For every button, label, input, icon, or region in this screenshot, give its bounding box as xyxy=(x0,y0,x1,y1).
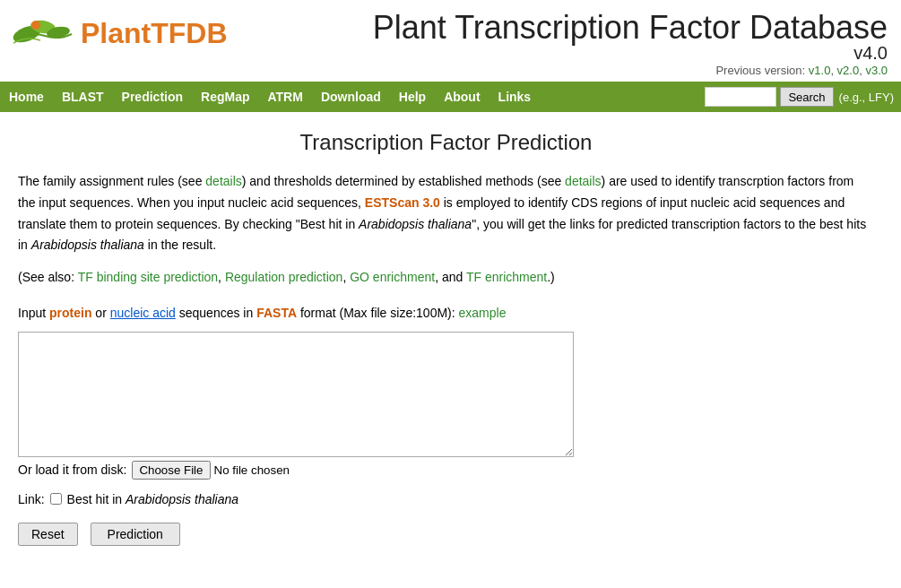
page-title: Transcription Factor Prediction xyxy=(18,130,874,155)
navbar: Home BLAST Prediction RegMap ATRM Downlo… xyxy=(0,82,901,112)
input-label: Input protein or nucleic acid sequences … xyxy=(18,303,874,324)
search-hint: (e.g., LFY) xyxy=(839,91,894,104)
svg-point-3 xyxy=(31,21,40,30)
logo-text: PlantTFDB xyxy=(81,17,228,50)
go-enrichment-link[interactable]: GO enrichment xyxy=(350,270,435,284)
sequence-textarea[interactable] xyxy=(18,332,574,457)
details2-link[interactable]: details xyxy=(565,174,601,188)
regulation-link[interactable]: Regulation prediction xyxy=(225,270,343,284)
protein-link[interactable]: protein xyxy=(49,306,91,320)
nav-regmap[interactable]: RegMap xyxy=(192,82,258,111)
site-title: Plant Transcription Factor Database xyxy=(373,9,888,46)
nav-atrm[interactable]: ATRM xyxy=(259,82,312,111)
nav-blast[interactable]: BLAST xyxy=(53,82,113,111)
reset-button[interactable]: Reset xyxy=(18,523,78,546)
logo-area: PlantTFDB xyxy=(9,9,228,58)
estscan-link[interactable]: ESTScan 3.0 xyxy=(365,195,440,210)
nucleic-acid-link[interactable]: nucleic acid xyxy=(110,306,176,320)
tf-binding-link[interactable]: TF binding site prediction xyxy=(78,270,218,284)
plant-logo-icon xyxy=(9,9,81,58)
header: PlantTFDB Plant Transcription Factor Dat… xyxy=(0,0,901,82)
description-paragraph: The family assignment rules (see details… xyxy=(18,171,874,256)
prev-version-v3-link[interactable]: v3.0 xyxy=(865,64,888,77)
file-input[interactable] xyxy=(132,461,359,480)
see-also-paragraph: (See also: TF binding site prediction, R… xyxy=(18,267,874,289)
search-area: Search (e.g., LFY) xyxy=(705,87,901,107)
fasta-link[interactable]: FASTA xyxy=(256,306,297,320)
nav-help[interactable]: Help xyxy=(390,82,435,111)
title-area: Plant Transcription Factor Database v4.0… xyxy=(228,9,892,77)
best-hit-checkbox[interactable] xyxy=(50,493,62,505)
example-link[interactable]: example xyxy=(459,306,507,320)
nav-about[interactable]: About xyxy=(435,82,489,111)
link-row: Link: Best hit in Arabidopsis thaliana xyxy=(18,492,874,506)
nav-prediction[interactable]: Prediction xyxy=(113,82,192,111)
version-label: v4.0 xyxy=(228,43,888,64)
prev-version: Previous version: v1.0, v2.0, v3.0 xyxy=(228,64,888,77)
nav-download[interactable]: Download xyxy=(312,82,390,111)
best-hit-label: Best hit in Arabidopsis thaliana xyxy=(67,492,238,506)
link-label: Link: xyxy=(18,492,45,506)
nav-home[interactable]: Home xyxy=(0,82,53,111)
search-button[interactable]: Search xyxy=(780,87,833,107)
main-content: Transcription Factor Prediction The fami… xyxy=(0,112,901,564)
load-from-disk-row: Or load it from disk: xyxy=(18,461,874,480)
nav-links[interactable]: Links xyxy=(489,82,541,111)
buttons-row: Reset Prediction xyxy=(18,523,874,546)
load-disk-label: Or load it from disk: xyxy=(18,463,126,477)
prev-version-v1-link[interactable]: v1.0 xyxy=(809,64,831,77)
details1-link[interactable]: details xyxy=(205,174,241,188)
tf-enrichment-link[interactable]: TF enrichment xyxy=(466,270,547,284)
prediction-button[interactable]: Prediction xyxy=(91,523,180,546)
prev-version-v2-link[interactable]: v2.0 xyxy=(837,64,860,77)
search-input[interactable] xyxy=(705,87,776,107)
